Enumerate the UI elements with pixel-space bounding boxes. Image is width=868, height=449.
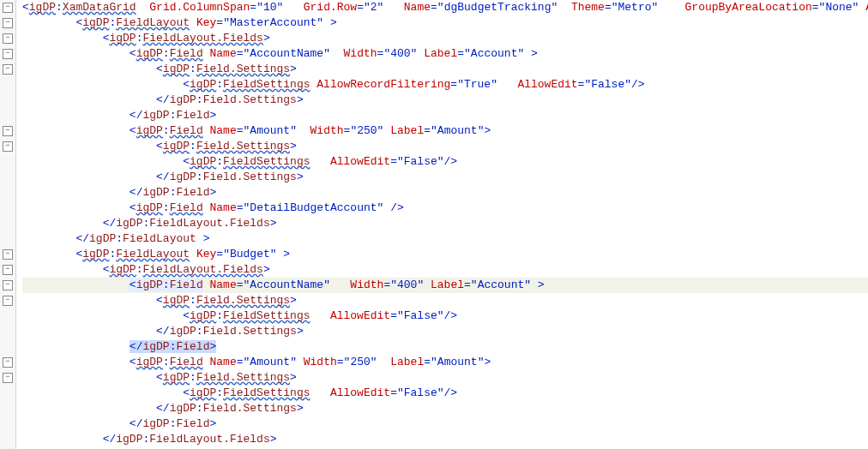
code-line[interactable]: <igDP:Field Name="AccountName" Width="40… — [22, 46, 868, 62]
code-line[interactable]: </igDP:Field> — [22, 339, 868, 355]
code-line[interactable]: <igDP:FieldLayout Key="Budget" > — [22, 247, 868, 262]
fold-toggle[interactable]: − — [3, 33, 13, 44]
fold-toggle[interactable]: − — [3, 280, 13, 290]
code-line[interactable]: </igDP:FieldLayout.Fields> — [22, 216, 868, 231]
code-line[interactable]: </igDP:FieldLayout > — [22, 231, 868, 247]
code-line[interactable]: </igDP:Field.Settings> — [22, 401, 868, 416]
code-line[interactable]: <igDP:FieldSettings AllowEdit="False"/> — [22, 154, 868, 170]
code-line[interactable]: <igDP:Field Name="Amount" Width="250" La… — [22, 123, 868, 139]
code-line[interactable]: <igDP:Field Name="Amount" Width="250" La… — [22, 355, 868, 370]
code-line[interactable]: <igDP:Field.Settings> — [22, 139, 868, 154]
code-line[interactable]: </igDP:FieldLayout.Fields> — [22, 432, 868, 447]
code-line[interactable]: <igDP:Field Name="DetailBudgetAccount" /… — [22, 201, 868, 216]
code-line[interactable]: <igDP:FieldLayout Key="MasterAccount" > — [22, 15, 868, 31]
fold-toggle[interactable]: − — [3, 357, 13, 368]
code-line[interactable]: <igDP:Field.Settings> — [22, 62, 868, 77]
code-line[interactable]: </igDP:Field.Settings> — [22, 324, 868, 339]
fold-gutter: − − − − − − − − − − − − − — [0, 0, 16, 449]
code-line-highlight[interactable]: <igDP:Field Name="AccountName" Width="40… — [22, 278, 868, 293]
code-line[interactable]: <igDP:FieldLayout.Fields> — [22, 31, 868, 46]
code-line[interactable]: </igDP:Field> — [22, 185, 868, 201]
code-line[interactable]: <igDP:FieldLayout.Fields> — [22, 262, 868, 278]
xaml-code-editor[interactable]: − − − − − − − − − − − − − <igDP:XamDataG… — [0, 0, 868, 449]
code-line[interactable]: </igDP:Field> — [22, 108, 868, 123]
fold-toggle[interactable]: − — [3, 3, 13, 13]
fold-toggle[interactable]: − — [3, 249, 13, 260]
code-line[interactable]: <igDP:Field.Settings> — [22, 293, 868, 308]
code-line[interactable]: </igDP:Field.Settings> — [22, 93, 868, 108]
code-line[interactable]: <igDP:Field.Settings> — [22, 370, 868, 386]
fold-toggle[interactable]: − — [3, 265, 13, 275]
fold-toggle[interactable]: − — [3, 64, 13, 75]
fold-toggle[interactable]: − — [3, 373, 13, 383]
code-line[interactable]: <igDP:XamDataGrid Grid.ColumnSpan="10" G… — [22, 0, 868, 15]
fold-toggle[interactable]: − — [3, 141, 13, 152]
code-line[interactable]: </igDP:Field.Settings> — [22, 170, 868, 185]
code-line[interactable]: </igDP:Field> — [22, 416, 868, 432]
fold-toggle[interactable]: − — [3, 126, 13, 136]
fold-toggle[interactable]: − — [3, 18, 13, 28]
fold-toggle[interactable]: − — [3, 296, 13, 306]
code-line[interactable]: <igDP:FieldSettings AllowEdit="False"/> — [22, 308, 868, 324]
fold-toggle[interactable]: − — [3, 49, 13, 59]
code-line[interactable]: <igDP:FieldSettings AllowEdit="False"/> — [22, 386, 868, 401]
code-line[interactable]: <igDP:FieldSettings AllowRecordFiltering… — [22, 77, 868, 93]
